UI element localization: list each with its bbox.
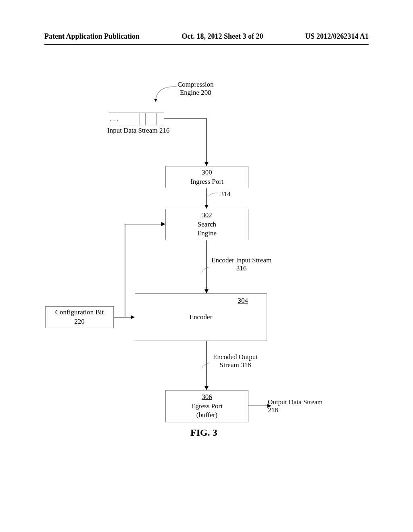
- arrowhead-down-icon: [204, 386, 209, 390]
- search-num: 302: [202, 211, 212, 220]
- arrowhead-down-icon: [204, 205, 209, 209]
- egress-port-box: 306 Egress Port (buffer): [165, 390, 248, 422]
- stream-bar: [145, 113, 146, 125]
- compression-engine-label: Compression Engine 208: [177, 81, 214, 97]
- egress-line2: (buffer): [196, 411, 218, 420]
- stream-top-track: [109, 112, 164, 112]
- egress-num: 306: [202, 393, 212, 402]
- search-label-1: Search: [198, 220, 216, 229]
- stream-bar: [126, 113, 126, 125]
- page: Patent Application Publication Oct. 18, …: [0, 0, 413, 532]
- figure-caption: FIG. 3: [190, 427, 217, 438]
- stream-bar: [156, 113, 157, 125]
- ref-316-curve: [201, 267, 211, 274]
- search-engine-box: 302 Search Engine: [165, 209, 248, 240]
- input-stream-label: Input Data Stream 216: [107, 127, 169, 135]
- output-stream-label: Output Data Stream 218: [268, 398, 323, 414]
- config-lines: [114, 224, 170, 321]
- encoder-num: 304: [238, 296, 248, 305]
- encoder-label: Encoder: [190, 313, 213, 322]
- svg-marker-0: [154, 99, 157, 102]
- search-label-2: Engine: [197, 229, 217, 238]
- stream-bottom-track: [109, 125, 164, 125]
- ref-314-curve: [208, 191, 219, 199]
- arrowhead-right-icon: [161, 222, 165, 226]
- stream-bar: [130, 113, 130, 125]
- arrowhead-down-icon: [204, 289, 209, 293]
- config-bit-box: Configuration Bit 220: [45, 306, 114, 328]
- header-left: Patent Application Publication: [44, 32, 140, 41]
- stream-bar: [122, 113, 122, 125]
- ingress-label: Ingress Port: [190, 177, 223, 187]
- encoder-input-label: Encoder Input Stream 316: [211, 256, 271, 272]
- ref-318-curve: [201, 363, 211, 370]
- line-search-to-encoder: [206, 240, 210, 293]
- stream-bar: [140, 113, 140, 125]
- ingress-port-box: 300 Ingress Port: [165, 166, 248, 188]
- line-input-to-ingress: [164, 118, 212, 166]
- ref-314-label: 314: [220, 190, 231, 198]
- encoded-output-label: Encoded Output Stream 318: [213, 353, 258, 369]
- config-line1: Configuration Bit: [55, 308, 104, 317]
- egress-line1: Egress Port: [191, 402, 223, 411]
- ingress-num: 300: [202, 168, 212, 177]
- arrowhead-down-icon: [204, 162, 209, 166]
- header-rule: [44, 44, 369, 45]
- curved-arrow-icon: [152, 83, 181, 103]
- arrowhead-right-icon: [131, 315, 135, 319]
- page-header: Patent Application Publication Oct. 18, …: [0, 32, 413, 44]
- ellipsis-label: . . .: [110, 114, 118, 123]
- config-line2: 220: [74, 317, 85, 326]
- header-mid: Oct. 18, 2012 Sheet 3 of 20: [182, 32, 263, 41]
- header-right: US 2012/0262314 A1: [305, 32, 369, 41]
